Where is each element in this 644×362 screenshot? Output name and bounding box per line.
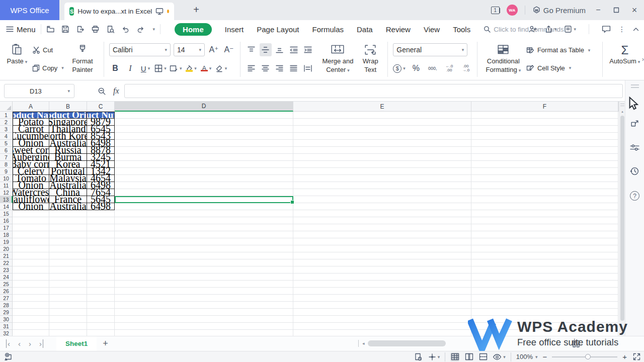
- row-header-16[interactable]: 16: [0, 217, 13, 224]
- close-button[interactable]: ×: [629, 5, 640, 16]
- row-header-26[interactable]: 26: [0, 288, 13, 295]
- column-header-F[interactable]: F: [471, 102, 618, 112]
- redo-icon[interactable]: [136, 26, 145, 33]
- minimize-button[interactable]: −: [593, 6, 604, 15]
- row-header-28[interactable]: 28: [0, 302, 13, 309]
- page-layout-view-icon[interactable]: [464, 352, 473, 361]
- task-pane-icon[interactable]: ▾: [564, 25, 576, 33]
- sheet-tab-sheet1[interactable]: Sheet1: [56, 336, 97, 351]
- cell-B2[interactable]: Singapore: [49, 119, 87, 126]
- cell-shading-button[interactable]: ▾: [170, 62, 182, 75]
- cell-A10[interactable]: Tomato: [13, 175, 49, 182]
- undo-icon[interactable]: [121, 26, 130, 33]
- share-document-icon[interactable]: ▾: [544, 25, 557, 33]
- window-switch-icon[interactable]: 1: [491, 7, 500, 14]
- zoom-level[interactable]: 100%▾: [516, 353, 538, 360]
- cell-C6[interactable]: 8878: [87, 147, 115, 154]
- cell-B14[interactable]: Australia: [49, 203, 87, 210]
- column-header-A[interactable]: A: [13, 102, 49, 112]
- vertical-scrollbar[interactable]: ▴: [619, 102, 625, 336]
- cell-B13[interactable]: France: [49, 196, 87, 203]
- first-sheet-icon[interactable]: ‹: [6, 339, 10, 348]
- go-premium-button[interactable]: Go Premium: [532, 6, 586, 15]
- row-header-21[interactable]: 21: [0, 252, 13, 259]
- cell-B11[interactable]: Australia: [49, 182, 87, 189]
- panel-drag-handle[interactable]: [631, 84, 639, 88]
- sheet-grid[interactable]: Product NameProduct OriginProduct Number…: [0, 102, 619, 336]
- align-left-icon[interactable]: [246, 62, 258, 75]
- tab-page-layout[interactable]: Page Layout: [257, 25, 299, 34]
- merge-and-center-button[interactable]: Merge and Center▾: [317, 40, 358, 78]
- cell-B8[interactable]: Korea: [49, 161, 87, 168]
- cell-C8[interactable]: 4521: [87, 161, 115, 168]
- row-header-31[interactable]: 31: [0, 323, 13, 330]
- wps-office-button[interactable]: WPS Office: [0, 0, 59, 20]
- row-header-19[interactable]: 19: [0, 238, 13, 245]
- select-all-corner[interactable]: [0, 102, 13, 112]
- row-header-11[interactable]: 11: [0, 182, 13, 189]
- formula-input[interactable]: [124, 84, 623, 98]
- tab-formulas[interactable]: Formulas: [312, 25, 344, 34]
- vertical-scroll-thumb[interactable]: [620, 116, 624, 321]
- decrease-indent-icon[interactable]: [288, 43, 300, 56]
- tab-view[interactable]: View: [424, 25, 440, 34]
- export-icon[interactable]: [76, 25, 85, 33]
- decrease-font-size-button[interactable]: A⁻: [223, 43, 235, 56]
- tab-tools[interactable]: Tools: [453, 25, 470, 34]
- row-header-2[interactable]: 2: [0, 119, 13, 126]
- account-avatar[interactable]: WA: [507, 5, 518, 16]
- decrease-decimal-icon[interactable]: .00→.0: [460, 62, 472, 75]
- tab-review[interactable]: Review: [386, 25, 411, 34]
- next-sheet-icon[interactable]: ›: [29, 339, 31, 348]
- cell-A13[interactable]: Cauliflower: [13, 196, 49, 203]
- cell-C14[interactable]: 6498: [87, 203, 115, 210]
- row-header-22[interactable]: 22: [0, 259, 13, 266]
- cell-C3[interactable]: 6545: [87, 126, 115, 133]
- italic-button[interactable]: I: [124, 62, 136, 75]
- row-header-20[interactable]: 20: [0, 245, 13, 252]
- page-break-view-icon[interactable]: [478, 352, 488, 361]
- toolbar-expand-icon[interactable]: ›: [642, 55, 644, 63]
- fullscreen-icon[interactable]: [632, 352, 641, 361]
- wrap-text-button[interactable]: Wrap Text: [358, 40, 382, 78]
- element-picker-icon[interactable]: [630, 119, 639, 129]
- cut-button[interactable]: Cut: [32, 46, 64, 54]
- copy-button[interactable]: Copy▾: [32, 64, 64, 72]
- cell-C11[interactable]: 6498: [87, 182, 115, 189]
- cell-A4[interactable]: Cucumber: [13, 133, 49, 140]
- cell-B6[interactable]: Russia: [49, 147, 87, 154]
- format-painter-button[interactable]: Format Painter: [66, 40, 99, 78]
- normal-view-icon[interactable]: [450, 352, 459, 361]
- tab-insert[interactable]: Insert: [225, 25, 244, 34]
- increase-font-size-button[interactable]: A⁺: [208, 43, 220, 56]
- align-right-icon[interactable]: [274, 62, 286, 75]
- fill-color-button[interactable]: ▾: [185, 62, 197, 75]
- cell-A2[interactable]: Potato: [13, 119, 49, 126]
- header-cell-B1[interactable]: Product Origin: [49, 112, 87, 119]
- font-size-select[interactable]: 14▾: [174, 43, 205, 56]
- borders-button[interactable]: ▾: [154, 62, 167, 75]
- settings-sliders-icon[interactable]: [630, 144, 639, 151]
- header-cell-A1[interactable]: Product Name: [13, 112, 49, 119]
- split-handle[interactable]: [620, 104, 624, 106]
- row-header-30[interactable]: 30: [0, 316, 13, 323]
- backup-history-icon[interactable]: [630, 166, 639, 176]
- eraser-button[interactable]: ▾: [215, 62, 227, 75]
- cell-A5[interactable]: Onion: [13, 140, 49, 147]
- cell-A14[interactable]: Onion: [13, 203, 49, 210]
- menu-button[interactable]: Menu: [6, 25, 36, 34]
- cell-B12[interactable]: China: [49, 189, 87, 196]
- selected-cell-D13[interactable]: [115, 196, 293, 203]
- cell-A6[interactable]: Sweet corn: [13, 147, 49, 154]
- font-color-button[interactable]: A▾: [200, 62, 212, 75]
- underline-button[interactable]: U▾: [139, 62, 151, 75]
- distribute-text-icon[interactable]: [302, 62, 314, 75]
- conditional-formatting-button[interactable]: Conditional Formatting▾: [482, 40, 524, 78]
- align-middle-icon[interactable]: [260, 43, 272, 56]
- row-header-5[interactable]: 5: [0, 140, 13, 147]
- comment-icon[interactable]: [602, 25, 611, 33]
- zoom-in-button[interactable]: +: [622, 352, 627, 361]
- reading-view-icon[interactable]: ▾: [493, 352, 506, 361]
- zoom-formula-icon[interactable]: [98, 87, 106, 96]
- last-sheet-icon[interactable]: ›: [39, 339, 43, 348]
